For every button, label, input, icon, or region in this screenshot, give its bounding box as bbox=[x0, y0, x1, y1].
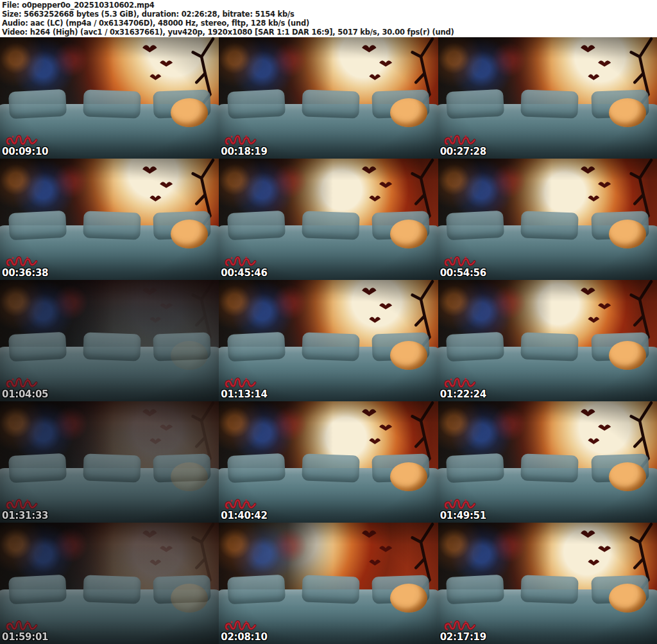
metadata-line-size: Size: 5663252668 bytes (5.3 GiB), durati… bbox=[2, 10, 657, 19]
timestamp-label: 00:27:28 bbox=[440, 146, 486, 157]
thumbnail-grid: 00:09:10 00:18:19 bbox=[0, 37, 657, 644]
video-thumbnail: 01:13:14 bbox=[219, 280, 438, 401]
timestamp-label: 01:22:24 bbox=[440, 388, 486, 400]
timestamp-label: 02:17:19 bbox=[440, 631, 486, 643]
timestamp-label: 00:45:46 bbox=[221, 267, 267, 279]
video-thumbnail: 01:40:42 bbox=[219, 401, 438, 523]
video-thumbnail: 00:27:28 bbox=[438, 37, 657, 159]
video-thumbnail: 02:08:10 bbox=[219, 523, 438, 644]
timestamp-label: 01:13:14 bbox=[221, 388, 267, 400]
timestamp-label: 01:59:01 bbox=[2, 631, 48, 643]
video-thumbnail: 01:31:33 bbox=[0, 401, 219, 523]
timestamp-label: 00:54:56 bbox=[440, 267, 486, 279]
video-thumbnail: 01:59:01 bbox=[0, 523, 219, 644]
timestamp-label: 00:09:10 bbox=[2, 146, 48, 157]
video-thumbnail: 02:17:19 bbox=[438, 523, 657, 644]
video-thumbnail: 01:49:51 bbox=[438, 401, 657, 523]
metadata-header: File: o0pepper0o_202510310602.mp4 Size: … bbox=[0, 0, 657, 37]
timestamp-label: 00:36:38 bbox=[2, 267, 48, 279]
timestamp-label: 01:40:42 bbox=[221, 510, 267, 521]
timestamp-label: 01:04:05 bbox=[2, 388, 48, 400]
metadata-line-file: File: o0pepper0o_202510310602.mp4 bbox=[2, 1, 657, 10]
timestamp-label: 01:31:33 bbox=[2, 510, 48, 521]
video-thumbnail: 00:36:38 bbox=[0, 159, 219, 280]
timestamp-label: 02:08:10 bbox=[221, 631, 267, 643]
video-thumbnail: 00:54:56 bbox=[438, 159, 657, 280]
video-thumbnail: 00:18:19 bbox=[219, 37, 438, 159]
video-thumbnail: 01:04:05 bbox=[0, 280, 219, 401]
metadata-line-video: Video: h264 (High) (avc1 / 0x31637661), … bbox=[2, 28, 657, 37]
video-thumbnail: 00:45:46 bbox=[219, 159, 438, 280]
video-contact-sheet: File: o0pepper0o_202510310602.mp4 Size: … bbox=[0, 0, 657, 644]
timestamp-label: 01:49:51 bbox=[440, 510, 486, 521]
video-thumbnail: 00:09:10 bbox=[0, 37, 219, 159]
timestamp-label: 00:18:19 bbox=[221, 146, 267, 157]
video-thumbnail: 01:22:24 bbox=[438, 280, 657, 401]
metadata-line-audio: Audio: aac (LC) (mp4a / 0x6134706D), 480… bbox=[2, 19, 657, 28]
